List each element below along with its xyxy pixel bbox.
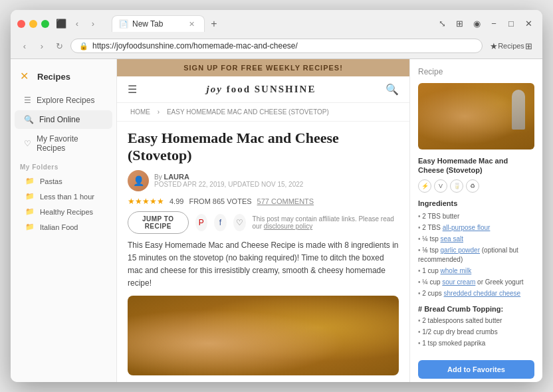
maximize-button[interactable] xyxy=(41,20,49,28)
folder-less-hour[interactable]: 📁 Less than 1 hour xyxy=(11,189,116,204)
bread-item-2: 1/2 cup dry bread crumbs xyxy=(418,327,534,338)
maximize-window-icon[interactable]: □ xyxy=(504,17,518,31)
spoon-icon xyxy=(512,90,525,130)
votes-label: FROM 865 VOTES xyxy=(189,197,251,205)
minimize-window-icon[interactable]: − xyxy=(487,17,501,31)
folder-label-pastas: Pastas xyxy=(40,177,62,185)
ingredient-item: 2 TBS butter xyxy=(418,211,534,223)
comments-link[interactable]: 577 COMMENTS xyxy=(257,197,314,205)
sour-cream-link[interactable]: sour cream xyxy=(442,278,475,286)
sidebar-item-explore[interactable]: ☰ Explore Recipes xyxy=(15,91,112,110)
hamburger-icon[interactable]: ☰ xyxy=(128,83,137,96)
address-bar[interactable]: 🔒 https://joyfoodsunshine.com/homemade-m… xyxy=(70,39,483,53)
folder-pastas[interactable]: 📁 Pastas xyxy=(11,173,116,189)
posted-date: POSTED APR 22, 2019, UPDATED NOV 15, 202… xyxy=(154,181,303,188)
diet-icon-4: ♻ xyxy=(466,179,479,193)
author-info: By LAURA POSTED APR 22, 2019, UPDATED NO… xyxy=(154,173,303,188)
food-image-visual xyxy=(128,296,399,375)
add-to-favorites-button[interactable]: Add to Favorites xyxy=(418,360,534,379)
breadcrumb-separator: › xyxy=(158,108,162,116)
profile-icon[interactable]: ◉ xyxy=(469,17,484,31)
folder-label-italian: Italian Food xyxy=(40,223,78,231)
tab-close-icon[interactable]: ✕ xyxy=(189,20,195,29)
favorites-icon: ♡ xyxy=(24,139,31,148)
logo-sunshine: SUNSHINE xyxy=(255,84,316,94)
ingredient-item: 2 cups shredded cheddar cheese xyxy=(418,288,534,300)
sidebar-item-find-online[interactable]: 🔍 Find Online xyxy=(15,110,112,129)
more-options-icon[interactable]: ⊞ xyxy=(521,39,536,53)
ingredient-item: 2 TBS all-purpose flour xyxy=(418,223,534,234)
bread-item-1: 2 tablespoons salted butter xyxy=(418,316,534,327)
breadcrumb-home[interactable]: HOME xyxy=(130,108,150,116)
back-button[interactable]: ‹ xyxy=(17,39,32,53)
disclosure-link[interactable]: disclosure policy xyxy=(264,223,312,230)
site-banner[interactable]: SIGN UP FOR FREE WEEKLY RECIPES! xyxy=(117,59,409,76)
diet-icons: ⚡ V 🥛 ♻ xyxy=(418,179,534,193)
new-tab-button[interactable]: + xyxy=(206,16,222,32)
ingredients-title: Ingredients xyxy=(418,199,534,207)
article-title: Easy Homemade Mac and Cheese (Stovetop) xyxy=(128,130,399,165)
sidebar-logo: ✕ Recipes xyxy=(11,66,116,91)
heart-icon[interactable]: ♡ xyxy=(233,214,246,231)
site-search-icon[interactable]: 🔍 xyxy=(386,83,399,96)
logo-food: food xyxy=(223,84,255,94)
bread-crumb-list: 2 tablespoons salted butter 1/2 cup dry … xyxy=(418,316,534,349)
salt-link[interactable]: sea salt xyxy=(441,235,463,243)
diet-icon-1: ⚡ xyxy=(418,179,431,193)
breadcrumb-current: EASY HOMEMADE MAC AND CHEESE (STOVETOP) xyxy=(167,108,329,116)
sidebar-item-label-favorites: My Favorite Recipes xyxy=(37,134,103,153)
ingredient-item: ⅛ tsp garlic powder (optional but recomm… xyxy=(418,245,534,266)
author-row: 👤 By LAURA POSTED APR 22, 2019, UPDATED … xyxy=(128,170,399,191)
web-content: SIGN UP FOR FREE WEEKLY RECIPES! ☰ joy f… xyxy=(117,59,409,382)
jump-to-recipe-button[interactable]: JUMP TO RECIPE xyxy=(128,211,189,234)
action-row: JUMP TO RECIPE P f ♡ This post may conta… xyxy=(128,211,399,234)
close-button[interactable] xyxy=(17,20,25,28)
sidebar-toggle-icon[interactable]: ⬛ xyxy=(55,17,68,31)
ingredient-item: 1 cup whole milk xyxy=(418,266,534,277)
folder-label-less-hour: Less than 1 hour xyxy=(40,193,94,201)
folder-healthy[interactable]: 📁 Healthy Recipes xyxy=(11,204,116,219)
sidebar-item-favorites[interactable]: ♡ My Favorite Recipes xyxy=(15,130,112,157)
ingredient-list: 2 TBS butter 2 TBS all-purpose flour ¼ t… xyxy=(418,211,534,300)
folder-icon-italian: 📁 xyxy=(25,223,35,231)
flour-link[interactable]: all-purpose flour xyxy=(443,224,491,231)
back-icon[interactable]: ‹ xyxy=(70,17,84,31)
reload-button[interactable]: ↻ xyxy=(52,39,66,53)
sidebar-item-label-find-online: Find Online xyxy=(39,115,80,124)
minimize-button[interactable] xyxy=(29,20,37,28)
site-logo: joy food SUNSHINE xyxy=(207,84,316,95)
recipes-label[interactable]: Recipes xyxy=(504,39,518,53)
sidebar: ✕ Recipes ☰ Explore Recipes 🔍 Find Onlin… xyxy=(11,59,117,382)
milk-link[interactable]: whole milk xyxy=(441,267,472,274)
ingredient-item: ¼ tsp sea salt xyxy=(418,234,534,245)
breadcrumb: HOME › EASY HOMEMADE MAC AND CHEESE (STO… xyxy=(117,103,409,122)
grid-icon[interactable]: ⊞ xyxy=(452,17,467,31)
forward-button[interactable]: › xyxy=(35,39,49,53)
folder-italian[interactable]: 📁 Italian Food xyxy=(11,219,116,235)
extensions-icon[interactable]: ⤡ xyxy=(435,17,449,31)
bread-crumb-topping-title: # Bread Crumb Topping: xyxy=(418,305,534,313)
recipe-food-image xyxy=(128,296,399,375)
rating-value: 4.99 xyxy=(169,197,183,205)
web-scrollable[interactable]: Easy Homemade Mac and Cheese (Stovetop) … xyxy=(117,122,409,382)
cheddar-link[interactable]: shredded cheddar cheese xyxy=(444,290,521,297)
folder-icon-less-hour: 📁 xyxy=(25,192,35,201)
panel-recipe-title: Easy Homemade Mac and Cheese (Stovetop) xyxy=(418,156,534,175)
tab-favicon: 📄 xyxy=(119,19,128,29)
pinterest-icon[interactable]: P xyxy=(195,214,208,231)
folders-section-label: My Folders xyxy=(11,158,116,173)
facebook-icon[interactable]: f xyxy=(214,214,227,231)
forward-icon[interactable]: › xyxy=(86,17,100,31)
author-name: LAURA xyxy=(164,173,189,181)
browser-tab[interactable]: 📄 New Tab ✕ xyxy=(112,15,205,32)
close-window-icon[interactable]: ✕ xyxy=(521,17,536,31)
sidebar-item-label-explore: Explore Recipes xyxy=(37,96,94,105)
author-avatar: 👤 xyxy=(128,170,149,191)
bread-item-3: 1 tsp smoked paprika xyxy=(418,338,534,349)
affiliate-text: This post may contain affiliate links. P… xyxy=(253,215,399,230)
garlic-link[interactable]: garlic powder xyxy=(441,246,480,254)
logo-icon: ✕ xyxy=(20,70,33,83)
explore-icon: ☰ xyxy=(24,96,31,105)
panel-title: Recipe xyxy=(418,67,534,76)
site-header: ☰ joy food SUNSHINE 🔍 xyxy=(117,76,409,103)
